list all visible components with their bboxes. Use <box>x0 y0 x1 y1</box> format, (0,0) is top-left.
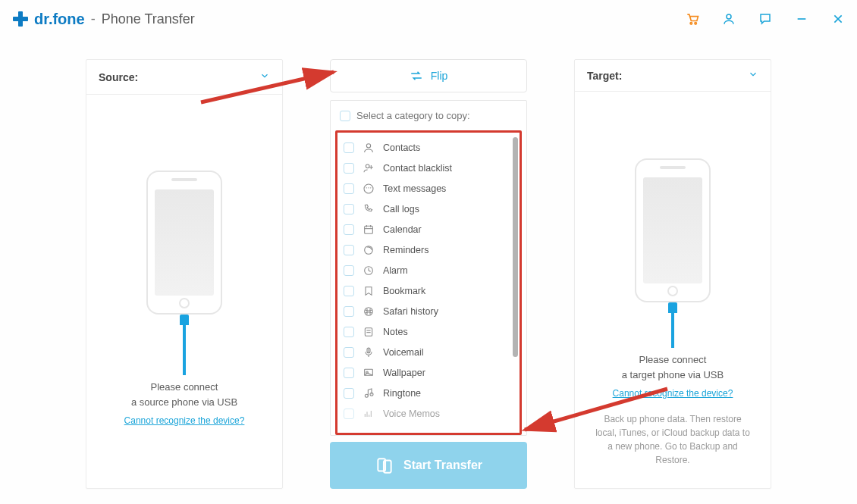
category-item[interactable]: Notes <box>344 321 513 342</box>
category-item[interactable]: Contacts <box>344 137 513 158</box>
category-item[interactable]: Safari history <box>344 301 513 321</box>
category-icon <box>362 141 375 155</box>
svg-point-8 <box>366 143 370 147</box>
title-separator: - <box>91 11 96 27</box>
category-item[interactable]: Text messages <box>344 178 513 199</box>
category-icon <box>362 366 375 380</box>
usb-cable-icon <box>668 302 677 348</box>
category-checkbox[interactable] <box>344 327 354 337</box>
source-help-link[interactable]: Cannot recognize the device? <box>124 415 245 426</box>
flip-icon <box>410 69 423 83</box>
category-checkbox[interactable] <box>344 409 354 419</box>
category-icon <box>362 243 375 257</box>
start-transfer-label: Start Transfer <box>403 459 482 472</box>
target-phone-illustration <box>635 158 711 302</box>
target-dropdown[interactable] <box>748 69 758 82</box>
cart-icon[interactable] <box>685 11 700 27</box>
category-checkbox[interactable] <box>344 388 354 399</box>
category-icon <box>362 305 375 318</box>
category-label: Bookmark <box>383 286 425 296</box>
feedback-icon[interactable] <box>758 11 773 27</box>
close-button[interactable] <box>830 11 846 27</box>
category-icon <box>362 284 375 298</box>
target-connect-line2: a target phone via USB <box>622 368 724 383</box>
svg-rect-16 <box>365 226 373 233</box>
category-label: Voice Memos <box>383 409 440 419</box>
target-panel: Target: Please connect a target phone vi… <box>574 59 771 489</box>
category-label: Ringtone <box>383 388 421 399</box>
source-dropdown[interactable] <box>259 70 270 83</box>
category-label: Call logs <box>383 204 419 214</box>
category-checkbox[interactable] <box>344 347 354 358</box>
category-icon <box>362 202 375 216</box>
minimize-button[interactable] <box>794 11 809 27</box>
category-item[interactable]: Call logs <box>344 199 513 219</box>
svg-point-12 <box>364 184 373 193</box>
category-item[interactable]: Ringtone <box>344 383 513 403</box>
app-brand: dr.fone <box>34 11 85 28</box>
flip-button[interactable]: Flip <box>330 59 527 92</box>
source-phone-illustration <box>146 171 222 315</box>
category-checkbox[interactable] <box>344 224 354 235</box>
category-item[interactable]: Reminders <box>344 239 513 260</box>
source-connect-line1: Please connect <box>131 380 237 395</box>
target-connect-line1: Please connect <box>622 352 724 368</box>
category-item[interactable]: Wallpaper <box>344 362 513 383</box>
category-checkbox[interactable] <box>344 368 354 378</box>
category-checkbox[interactable] <box>344 142 354 153</box>
category-label: Reminders <box>383 245 428 255</box>
category-label: Voicemail <box>383 347 424 358</box>
svg-point-4 <box>727 14 731 19</box>
category-label: Text messages <box>383 183 446 194</box>
transfer-icon <box>375 455 394 475</box>
category-checkbox[interactable] <box>344 163 354 174</box>
category-checkbox[interactable] <box>344 265 354 276</box>
category-checkbox[interactable] <box>344 204 354 214</box>
category-label: Safari history <box>383 306 438 317</box>
account-icon[interactable] <box>721 11 736 27</box>
source-label: Source: <box>99 71 138 83</box>
category-label: Contacts <box>383 142 420 153</box>
svg-point-9 <box>366 164 369 168</box>
svg-point-3 <box>695 23 697 25</box>
category-icon <box>362 223 375 236</box>
target-help-link[interactable]: Cannot recognize the device? <box>613 388 733 399</box>
category-icon <box>362 182 375 196</box>
category-item[interactable]: Voice Memos <box>344 403 513 424</box>
category-item[interactable]: Calendar <box>344 219 513 239</box>
category-icon <box>362 161 375 175</box>
svg-point-2 <box>690 23 692 25</box>
category-label: Contact blacklist <box>383 163 452 174</box>
category-label: Notes <box>383 327 408 337</box>
scrollbar-thumb[interactable] <box>513 137 518 357</box>
category-icon <box>362 407 375 421</box>
category-item[interactable]: Alarm <box>344 260 513 280</box>
category-item[interactable]: Contact blacklist <box>344 158 513 178</box>
svg-point-34 <box>365 394 368 397</box>
app-logo-icon <box>11 10 30 28</box>
category-icon <box>362 387 375 400</box>
page-title: Phone Transfer <box>102 11 195 27</box>
category-label: Wallpaper <box>383 368 425 378</box>
usb-cable-icon <box>180 315 189 375</box>
svg-line-23 <box>369 271 371 271</box>
select-all-checkbox[interactable] <box>340 111 350 121</box>
start-transfer-button[interactable]: Start Transfer <box>330 442 527 489</box>
category-item[interactable]: Bookmark <box>344 280 513 301</box>
category-list-highlight: ContactsContact blacklistText messagesCa… <box>335 130 522 435</box>
svg-rect-27 <box>365 327 372 336</box>
category-label: Calendar <box>383 224 422 235</box>
target-label: Target: <box>587 70 622 82</box>
category-icon <box>362 346 375 359</box>
backup-note: Back up phone data. Then restore local, … <box>575 399 771 488</box>
select-category-label: Select a category to copy: <box>356 110 470 121</box>
source-connect-line2: a source phone via USB <box>131 395 237 410</box>
svg-rect-1 <box>13 17 28 21</box>
category-checkbox[interactable] <box>344 306 354 317</box>
category-checkbox[interactable] <box>344 286 354 296</box>
category-item[interactable]: Voicemail <box>344 342 513 362</box>
category-checkbox[interactable] <box>344 183 354 194</box>
category-label: Alarm <box>383 265 408 276</box>
category-icon <box>362 325 375 339</box>
category-checkbox[interactable] <box>344 245 354 255</box>
